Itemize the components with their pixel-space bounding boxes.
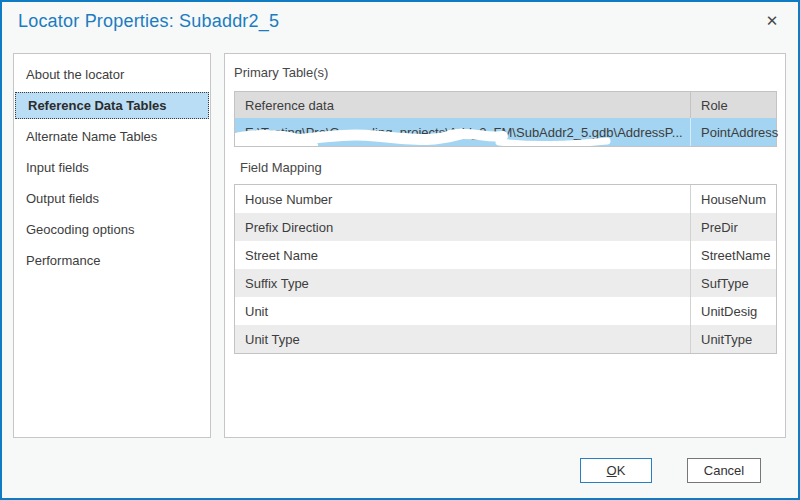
field-label: Unit: [235, 297, 690, 325]
sidebar-item-reference-data-tables[interactable]: Reference Data Tables: [15, 92, 209, 119]
primary-tables-header-row: Reference data Role: [235, 92, 776, 118]
ok-button[interactable]: OK: [580, 458, 652, 483]
close-icon[interactable]: ✕: [761, 10, 783, 32]
primary-tables-grid: Reference data Role E:\Testing\Pro\Geoco…: [234, 91, 777, 147]
role-value: PointAddress: [690, 118, 776, 146]
mapped-field-value: UnitDesig: [690, 297, 776, 325]
field-mapping-heading: Field Mapping: [240, 159, 785, 177]
reference-data-path: E:\Testing\Pro\Geocoding_projects\Add_2_…: [235, 118, 690, 146]
mapped-field-value: HouseNum: [690, 185, 776, 213]
sidebar-item-input-fields[interactable]: Input fields: [14, 152, 210, 183]
field-label: Prefix Direction: [235, 213, 690, 241]
ok-accel-letter: O: [607, 463, 617, 478]
column-header-reference-data: Reference data: [235, 92, 690, 118]
primary-table-row-selected[interactable]: E:\Testing\Pro\Geocoding_projects\Add_2_…: [235, 118, 776, 146]
field-mapping-row[interactable]: Unit Type UnitType: [235, 325, 776, 353]
cancel-button[interactable]: Cancel: [687, 458, 761, 483]
dialog-title: Locator Properties: Subaddr2_5: [18, 11, 279, 32]
mapped-field-value: PreDir: [690, 213, 776, 241]
sidebar-item-about-the-locator[interactable]: About the locator: [14, 59, 210, 90]
sidebar-nav: About the locator Reference Data Tables …: [13, 53, 211, 438]
mapped-field-value: SufType: [690, 269, 776, 297]
field-mapping-row[interactable]: Prefix Direction PreDir: [235, 213, 776, 241]
sidebar-item-output-fields[interactable]: Output fields: [14, 183, 210, 214]
field-label: Unit Type: [235, 325, 690, 353]
sidebar-item-alternate-name-tables[interactable]: Alternate Name Tables: [14, 121, 210, 152]
locator-properties-dialog: Locator Properties: Subaddr2_5 ✕ About t…: [0, 0, 800, 500]
sidebar-item-geocoding-options[interactable]: Geocoding options: [14, 214, 210, 245]
field-label: Street Name: [235, 241, 690, 269]
sidebar-item-performance[interactable]: Performance: [14, 245, 210, 276]
primary-tables-heading: Primary Table(s): [234, 64, 785, 82]
mapped-field-value: StreetName: [690, 241, 776, 269]
field-mapping-row[interactable]: Street Name StreetName: [235, 241, 776, 269]
field-label: House Number: [235, 185, 690, 213]
field-mapping-row[interactable]: Unit UnitDesig: [235, 297, 776, 325]
field-mapping-row[interactable]: Suffix Type SufType: [235, 269, 776, 297]
field-label: Suffix Type: [235, 269, 690, 297]
field-mapping-row[interactable]: House Number HouseNum: [235, 185, 776, 213]
mapped-field-value: UnitType: [690, 325, 776, 353]
main-panel: Primary Table(s) Reference data Role E:\…: [224, 53, 786, 438]
field-mapping-grid: House Number HouseNum Prefix Direction P…: [234, 184, 777, 354]
ok-rest: K: [617, 463, 626, 478]
column-header-role: Role: [690, 92, 776, 118]
